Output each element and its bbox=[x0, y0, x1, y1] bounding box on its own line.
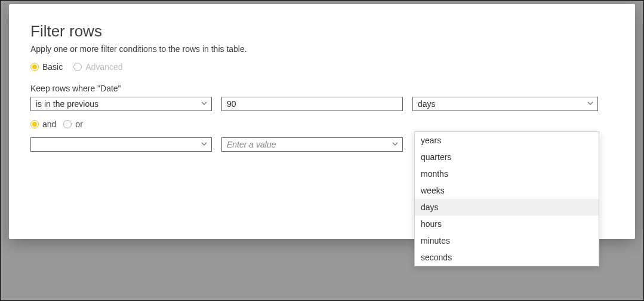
keep-rows-label: Keep rows where "Date" bbox=[30, 84, 614, 93]
unit-option-weeks[interactable]: weeks bbox=[415, 182, 599, 199]
unit-option-minutes[interactable]: minutes bbox=[415, 232, 599, 249]
chevron-down-icon bbox=[392, 140, 399, 149]
radio-icon bbox=[30, 63, 39, 71]
unit-option-days[interactable]: days bbox=[415, 199, 599, 216]
filter-condition-row-1: is in the previous days bbox=[30, 97, 614, 111]
mode-basic-radio[interactable]: Basic bbox=[30, 62, 63, 72]
operator-value: is in the previous bbox=[36, 99, 98, 109]
dialog-subtitle: Apply one or more filter conditions to t… bbox=[30, 44, 614, 54]
combiner-and-label: and bbox=[42, 119, 56, 129]
value-placeholder: Enter a value bbox=[227, 140, 276, 149]
combiner-and-radio[interactable]: and bbox=[30, 119, 56, 129]
radio-icon bbox=[30, 120, 39, 128]
mode-radio-group: Basic Advanced bbox=[30, 62, 614, 72]
combiner-radio-group: and or bbox=[30, 119, 614, 129]
value-input-1[interactable] bbox=[221, 97, 403, 111]
unit-value: days bbox=[418, 99, 436, 109]
chevron-down-icon bbox=[587, 99, 594, 109]
unit-option-seconds[interactable]: seconds bbox=[415, 249, 599, 266]
unit-select[interactable]: days bbox=[412, 97, 598, 111]
mode-basic-label: Basic bbox=[42, 62, 63, 72]
unit-option-years[interactable]: years bbox=[415, 132, 599, 149]
unit-dropdown-menu: yearsquartersmonthsweeksdayshoursminutes… bbox=[414, 131, 599, 266]
chevron-down-icon bbox=[201, 140, 208, 149]
unit-option-quarters[interactable]: quarters bbox=[415, 149, 599, 165]
radio-icon bbox=[63, 120, 72, 128]
operator-select-2[interactable] bbox=[30, 137, 212, 152]
mode-advanced-radio[interactable]: Advanced bbox=[73, 62, 122, 72]
unit-option-hours[interactable]: hours bbox=[415, 216, 599, 232]
unit-option-months[interactable]: months bbox=[415, 165, 599, 182]
radio-icon bbox=[73, 63, 82, 71]
mode-advanced-label: Advanced bbox=[85, 62, 122, 72]
operator-select-1[interactable]: is in the previous bbox=[30, 97, 212, 111]
combiner-or-radio[interactable]: or bbox=[63, 119, 82, 129]
combiner-or-label: or bbox=[75, 119, 82, 129]
value-select-2[interactable]: Enter a value bbox=[221, 137, 403, 152]
chevron-down-icon bbox=[201, 99, 208, 109]
dialog-title: Filter rows bbox=[30, 22, 614, 41]
